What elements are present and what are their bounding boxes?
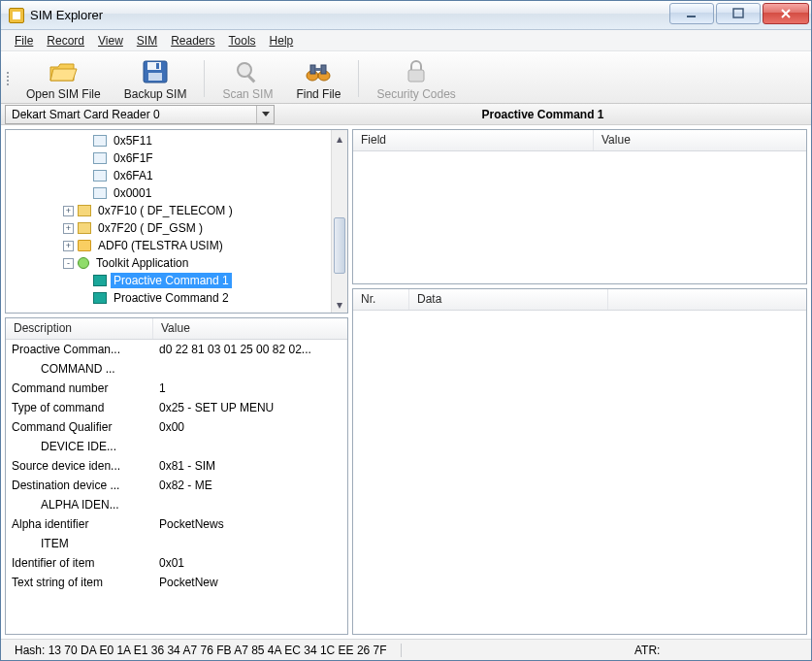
ef-icon bbox=[93, 135, 107, 147]
scroll-down-icon[interactable]: ▾ bbox=[332, 296, 347, 313]
tree-node[interactable]: ⋮+ADF0 (TELSTRA USIM) bbox=[10, 237, 347, 254]
cmd-icon bbox=[93, 292, 107, 304]
expand-icon[interactable]: + bbox=[63, 206, 74, 216]
table-row[interactable]: COMMAND ... bbox=[6, 359, 347, 379]
field-value-col-header[interactable]: Value bbox=[594, 130, 806, 150]
table-row[interactable]: Text string of itemPocketNew bbox=[6, 573, 347, 592]
df-icon bbox=[78, 222, 91, 234]
menubar: File Record View SIM Readers Tools Help bbox=[1, 30, 811, 51]
svg-rect-12 bbox=[315, 68, 321, 71]
status-atr: ATR: bbox=[629, 642, 803, 659]
value-cell: 0x25 - SET UP MENU bbox=[153, 401, 347, 414]
ef-icon bbox=[93, 187, 107, 199]
tree-node[interactable]: ⋮0x0001 bbox=[10, 184, 347, 202]
window-title: SIM Explorer bbox=[30, 8, 669, 22]
description-col-header[interactable]: Description bbox=[6, 318, 153, 339]
table-row[interactable]: Identifier of item0x01 bbox=[6, 553, 347, 573]
tree-node-label: 0x7F20 ( DF_GSM ) bbox=[95, 220, 206, 236]
table-row[interactable]: Command number1 bbox=[6, 379, 347, 398]
tree-node-label: Proactive Command 2 bbox=[111, 290, 232, 306]
svg-rect-4 bbox=[148, 73, 162, 81]
description-cell: Command number bbox=[6, 381, 153, 395]
open-sim-file-button[interactable]: Open SIM File bbox=[15, 54, 113, 103]
reader-bar: Dekart Smart Card Reader 0 Proactive Com… bbox=[1, 104, 811, 125]
description-cell: Identifier of item bbox=[6, 556, 153, 570]
toolbar-grip[interactable] bbox=[5, 54, 11, 103]
scan-sim-button[interactable]: Scan SIM bbox=[211, 54, 284, 103]
table-row[interactable]: Proactive Comman...d0 22 81 03 01 25 00 … bbox=[6, 340, 347, 359]
tree-node[interactable]: ⋮+0x7F10 ( DF_TELECOM ) bbox=[10, 202, 347, 219]
reader-dropdown[interactable]: Dekart Smart Card Reader 0 bbox=[5, 105, 275, 124]
cmd-icon bbox=[93, 275, 107, 286]
scroll-thumb[interactable] bbox=[334, 217, 345, 274]
tree-node-label: 0x5F11 bbox=[111, 133, 155, 149]
folder-open-icon bbox=[48, 58, 79, 85]
table-row[interactable]: Alpha identifierPocketNews bbox=[6, 514, 347, 534]
maximize-button[interactable] bbox=[716, 3, 761, 24]
security-codes-button[interactable]: Security Codes bbox=[365, 54, 467, 103]
nr-data-rows bbox=[353, 311, 806, 634]
value-col-header[interactable]: Value bbox=[153, 318, 347, 339]
security-codes-label: Security Codes bbox=[376, 87, 455, 101]
ef-icon bbox=[93, 152, 107, 164]
data-col-header[interactable]: Data bbox=[409, 289, 608, 310]
menu-view[interactable]: View bbox=[92, 32, 129, 50]
expand-icon[interactable]: + bbox=[63, 241, 74, 251]
minimize-button[interactable] bbox=[669, 3, 714, 24]
titlebar: SIM Explorer bbox=[1, 1, 811, 30]
field-value-rows bbox=[353, 151, 806, 283]
collapse-icon[interactable]: - bbox=[63, 258, 74, 269]
toolbar-separator bbox=[358, 60, 359, 97]
description-cell: DEVICE IDE... bbox=[6, 440, 153, 453]
scroll-up-icon[interactable]: ▴ bbox=[332, 130, 347, 147]
menu-sim[interactable]: SIM bbox=[131, 32, 163, 50]
menu-tools[interactable]: Tools bbox=[223, 32, 262, 50]
file-tree[interactable]: ⋮0x5F11⋮0x6F1F⋮0x6FA1⋮0x0001⋮+0x7F10 ( D… bbox=[6, 130, 347, 309]
menu-help[interactable]: Help bbox=[264, 32, 300, 50]
status-hash: Hash: 13 70 DA E0 1A E1 36 34 A7 76 FB A… bbox=[9, 642, 393, 659]
menu-file[interactable]: File bbox=[9, 32, 39, 50]
main-area: ⋮0x5F11⋮0x6F1F⋮0x6FA1⋮0x0001⋮+0x7F10 ( D… bbox=[1, 125, 811, 639]
expand-icon[interactable]: + bbox=[63, 223, 74, 234]
tree-scrollbar[interactable]: ▴ ▾ bbox=[331, 130, 347, 313]
table-row[interactable]: Source device iden...0x81 - SIM bbox=[6, 456, 347, 476]
tree-node[interactable]: ⋮Proactive Command 2 bbox=[10, 289, 347, 307]
table-row[interactable]: Destination device ...0x82 - ME bbox=[6, 476, 347, 495]
extra-col-header[interactable] bbox=[608, 289, 806, 310]
table-row[interactable]: DEVICE IDE... bbox=[6, 437, 347, 456]
description-panel: Description Value Proactive Comman...d0 … bbox=[5, 317, 348, 635]
table-row[interactable]: ALPHA IDEN... bbox=[6, 495, 347, 514]
binoculars-icon bbox=[303, 58, 334, 85]
toolbar-separator bbox=[204, 60, 205, 97]
description-cell: Text string of item bbox=[6, 576, 153, 589]
description-cell: Destination device ... bbox=[6, 479, 153, 492]
find-file-label: Find File bbox=[296, 87, 341, 101]
menu-record[interactable]: Record bbox=[41, 32, 90, 50]
toolbar: Open SIM File Backup SIM Scan SIM Find F… bbox=[1, 51, 811, 104]
tree-node[interactable]: ⋮0x6F1F bbox=[10, 149, 347, 167]
tree-node[interactable]: ⋮0x6FA1 bbox=[10, 167, 347, 184]
df-icon bbox=[78, 205, 91, 216]
value-cell: 0x81 - SIM bbox=[153, 459, 347, 473]
backup-sim-button[interactable]: Backup SIM bbox=[113, 54, 199, 103]
table-row[interactable]: Command Qualifier0x00 bbox=[6, 417, 347, 437]
tree-node[interactable]: ⋮-Toolkit Application bbox=[10, 254, 347, 272]
table-row[interactable]: ITEM bbox=[6, 534, 347, 553]
svg-rect-0 bbox=[687, 16, 696, 17]
nr-col-header[interactable]: Nr. bbox=[353, 289, 409, 310]
find-file-button[interactable]: Find File bbox=[284, 54, 352, 103]
menu-readers[interactable]: Readers bbox=[165, 32, 220, 50]
tree-node[interactable]: ⋮Proactive Command 1 bbox=[10, 272, 347, 289]
tree-node[interactable]: ⋮+0x7F20 ( DF_GSM ) bbox=[10, 219, 347, 237]
table-row[interactable]: Type of command0x25 - SET UP MENU bbox=[6, 398, 347, 417]
svg-rect-11 bbox=[321, 65, 326, 74]
status-bar: Hash: 13 70 DA E0 1A E1 36 34 A7 76 FB A… bbox=[1, 639, 811, 660]
description-cell: Alpha identifier bbox=[6, 517, 153, 531]
description-cell: Source device iden... bbox=[6, 459, 153, 473]
field-col-header[interactable]: Field bbox=[353, 130, 594, 150]
close-button[interactable] bbox=[763, 3, 809, 24]
svg-point-6 bbox=[238, 63, 251, 77]
tree-node[interactable]: ⋮0x5F11 bbox=[10, 132, 347, 149]
tree-node-label: 0x0001 bbox=[111, 185, 154, 201]
nr-data-panel: Nr. Data bbox=[352, 288, 807, 635]
